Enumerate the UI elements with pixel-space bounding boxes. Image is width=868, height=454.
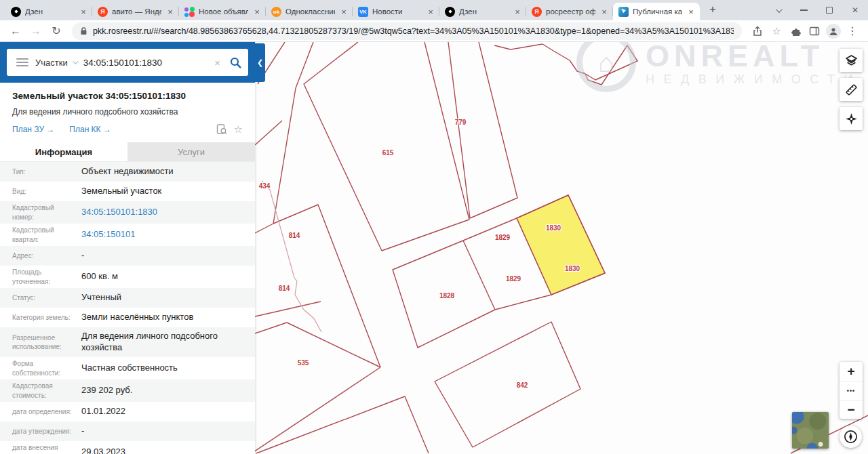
- table-row: Разрешенное использование: Для ведения л…: [0, 327, 255, 357]
- compass-star-icon: [846, 113, 857, 125]
- measure-button[interactable]: [840, 78, 863, 101]
- share-icon: [752, 26, 763, 37]
- lock-icon: [80, 26, 87, 35]
- star-icon: ☆: [772, 25, 781, 37]
- doc-search-icon[interactable]: [216, 124, 227, 135]
- tab-title: Дзен: [25, 7, 75, 16]
- tab-information[interactable]: Информация: [0, 142, 127, 161]
- tab-title: Новое объявле: [199, 7, 248, 16]
- tab-title: Дзен: [459, 7, 509, 16]
- pkk-logo-icon: [618, 7, 629, 17]
- tab-close-icon[interactable]: ×: [599, 7, 609, 17]
- address-bar: ← → ↻ pkk.rosreestr.ru/#/search/48.98563…: [0, 20, 868, 42]
- table-row: дата внесения сведений: 29.03.2023: [0, 441, 255, 454]
- tab-services[interactable]: Услуги: [127, 142, 255, 161]
- parcel-result-card: Земельный участок 34:05:150101:1830 Для …: [0, 83, 255, 142]
- parcel-label: 1829: [506, 275, 521, 283]
- tab-close-icon[interactable]: ×: [165, 7, 175, 17]
- yandex-icon: Я: [532, 7, 542, 17]
- ruler-icon: [846, 84, 857, 96]
- share-button[interactable]: [749, 22, 766, 40]
- browser-tab-dzen-2[interactable]: Дзен ×: [439, 3, 526, 20]
- window-controls: ✕: [765, 0, 868, 20]
- search-header: Участки ×: [0, 42, 255, 83]
- plan-zu-link[interactable]: План ЗУ →: [12, 125, 54, 134]
- browser-tab-rosreestr[interactable]: Я росреестр офиц ×: [526, 3, 613, 20]
- table-row: Тип: Объект недвижимости: [0, 162, 255, 182]
- tab-close-icon[interactable]: ×: [686, 7, 696, 17]
- table-row: Адрес: -: [0, 246, 255, 266]
- tab-close-icon[interactable]: ×: [339, 7, 349, 17]
- sidebar-collapse-button[interactable]: ❮: [255, 43, 265, 82]
- table-row: Кадастровая стоимость: 239 202 руб.: [0, 379, 255, 402]
- avatar: [826, 24, 841, 39]
- tab-close-icon[interactable]: ×: [513, 7, 522, 17]
- tab-title: Одноклассники: [285, 7, 335, 16]
- parcel-links: План ЗУ → План КК → ☆: [12, 123, 243, 137]
- clear-search-button[interactable]: ×: [212, 57, 223, 68]
- marker-button[interactable]: [840, 107, 863, 130]
- parcel-label: 814: [289, 232, 300, 239]
- parcel-title: Земельный участок 34:05:150101:1830: [12, 91, 243, 101]
- new-tab-button[interactable]: +: [704, 1, 722, 19]
- compass-icon: [844, 430, 858, 444]
- browser-tab-novoe-obyavlenie[interactable]: Новое объявле ×: [179, 3, 266, 20]
- tab-close-icon[interactable]: ×: [252, 7, 262, 17]
- table-row: дата утверждения: -: [0, 421, 255, 441]
- search-icon[interactable]: [230, 57, 241, 68]
- reload-button[interactable]: ↻: [47, 22, 65, 40]
- zoom-controls: + ••• −: [840, 362, 863, 419]
- tab-close-icon[interactable]: ×: [79, 7, 88, 17]
- search-input[interactable]: [83, 58, 205, 68]
- search-category-dropdown[interactable]: Участки: [35, 58, 77, 68]
- close-window-button[interactable]: ✕: [842, 0, 868, 20]
- odnoklassniki-icon: ok: [271, 7, 281, 17]
- table-row: Площадь уточненная: 600 кв. м: [0, 266, 255, 288]
- tab-close-icon[interactable]: ×: [426, 7, 435, 17]
- zoom-out-button[interactable]: −: [840, 400, 863, 419]
- browser-menu-button[interactable]: ⋮: [844, 22, 861, 40]
- forward-button[interactable]: →: [27, 22, 45, 40]
- my-location-button[interactable]: [840, 426, 862, 448]
- plan-kk-link[interactable]: План КК →: [69, 125, 111, 134]
- extensions-button[interactable]: [787, 22, 804, 40]
- vk-icon: VK: [358, 7, 368, 17]
- chevron-down-icon: [775, 6, 782, 13]
- avito-icon: [184, 7, 195, 17]
- parcel-subtitle: Для ведения личного подсобного хозяйства: [12, 107, 243, 117]
- url-text: pkk.rosreestr.ru/#/search/48.98563863765…: [93, 26, 734, 36]
- zoom-in-button[interactable]: +: [840, 362, 863, 381]
- browser-tab-odnoklassniki[interactable]: ok Одноклассники ×: [266, 3, 353, 20]
- search-category-label: Участки: [35, 58, 68, 68]
- zoom-more-button[interactable]: •••: [840, 381, 863, 400]
- menu-icon[interactable]: [16, 56, 28, 68]
- maximize-button[interactable]: [816, 0, 842, 20]
- sidebar-tabs: Информация Услуги: [0, 142, 255, 162]
- profile-button[interactable]: [825, 22, 842, 40]
- side-panel-button[interactable]: [806, 22, 823, 40]
- table-row: Кадастровый номер: 34:05:150101:1830: [0, 201, 255, 224]
- browser-tab-pkk-active[interactable]: Публичная када ×: [613, 3, 700, 20]
- browser-tab-avito-yandex[interactable]: Я авито — Яндекс ×: [92, 3, 179, 20]
- minimize-button[interactable]: [791, 0, 816, 20]
- search-box: Участки ×: [7, 49, 248, 76]
- favorite-star-icon[interactable]: ☆: [234, 123, 243, 136]
- page-content: Участки × Земельный участок 34:05:150101…: [0, 42, 868, 454]
- browser-tab-dzen-1[interactable]: Дзен ×: [5, 3, 92, 20]
- cadastral-map[interactable]: ⌂ ONREALT НЕДВИЖИМОСТИ: [255, 42, 868, 454]
- maximize-icon: [826, 7, 833, 14]
- back-button[interactable]: ←: [7, 22, 24, 40]
- tab-search-button[interactable]: [765, 0, 791, 20]
- basemap-thumbnail[interactable]: [792, 412, 829, 449]
- parcel-label: 434: [259, 182, 271, 190]
- browser-tab-novosti[interactable]: VK Новости ×: [353, 3, 439, 20]
- tab-title: росреестр офиц: [546, 7, 595, 16]
- cadastral-quarter-link[interactable]: 34:05:150101: [81, 229, 255, 241]
- url-bar[interactable]: pkk.rosreestr.ru/#/search/48.98563863765…: [72, 22, 742, 40]
- bookmark-button[interactable]: ☆: [768, 22, 785, 40]
- layers-button[interactable]: [840, 49, 863, 72]
- browser-actions: ☆ ⋮: [749, 22, 861, 40]
- cadastral-number-link[interactable]: 34:05:150101:1830: [81, 207, 255, 218]
- highlighted-parcel[interactable]: [517, 195, 605, 295]
- parcel-label: 779: [455, 119, 467, 126]
